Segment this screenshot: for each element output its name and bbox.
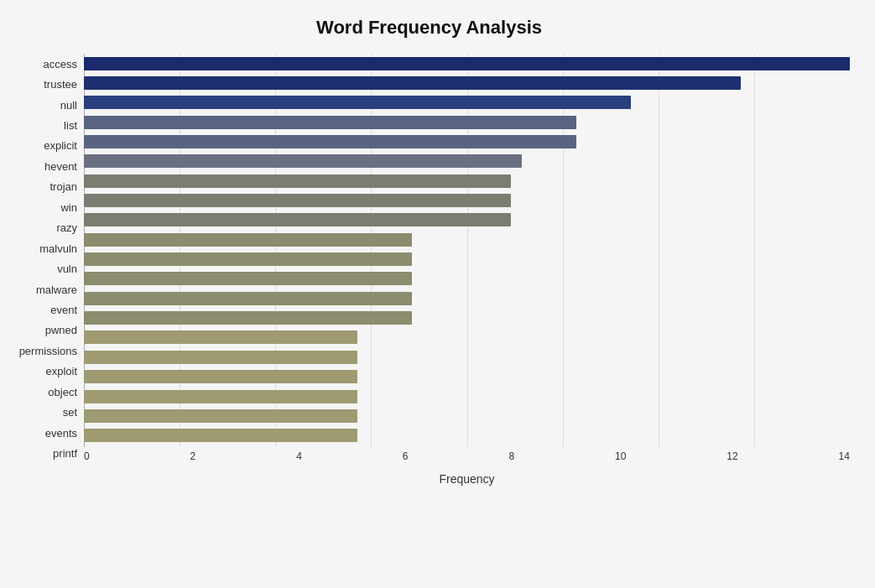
bar-row-malware [84, 270, 850, 287]
bar-explicit [84, 135, 576, 148]
y-label-trojan: trojan [49, 178, 77, 196]
x-axis-label-area: Frequency [84, 466, 850, 486]
bar-row-malvuln [84, 232, 850, 248]
x-tick-6: 6 [403, 450, 409, 466]
bar-hevent [84, 154, 522, 168]
bars-area: 02468101214 [84, 54, 850, 466]
y-label-list: list [64, 117, 77, 135]
bar-win [84, 194, 511, 207]
bar-row-set [84, 388, 850, 405]
y-label-razy: razy [56, 219, 77, 237]
bar-vuln [84, 252, 412, 266]
y-label-events: events [45, 424, 77, 442]
bar-row-access [84, 55, 850, 72]
bar-row-event [84, 290, 850, 307]
bar-row-events [84, 408, 850, 424]
bar-pwned [84, 311, 412, 325]
x-tick-10: 10 [615, 450, 626, 466]
bar-set [84, 390, 357, 403]
x-tick-14: 14 [839, 450, 850, 466]
bar-row-razy [84, 211, 850, 228]
bar-trojan [84, 174, 511, 188]
bar-malware [84, 272, 412, 285]
bar-row-null [84, 94, 850, 111]
bar-row-trustee [84, 75, 850, 91]
bar-permissions [84, 330, 357, 344]
chart-title: Word Frequency Analysis [8, 17, 850, 39]
y-label-malvuln: malvuln [39, 239, 77, 258]
y-label-printf: printf [53, 445, 77, 463]
bar-null [84, 96, 631, 109]
bar-row-explicit [84, 133, 850, 150]
x-tick-0: 0 [84, 450, 90, 466]
y-label-malware: malware [36, 280, 77, 299]
bar-row-hevent [84, 153, 850, 169]
y-label-object: object [48, 382, 77, 401]
bar-row-pwned [84, 310, 850, 326]
y-label-win: win [60, 198, 77, 216]
y-label-permissions: permissions [19, 341, 77, 360]
bar-trustee [84, 76, 741, 90]
y-label-access: access [44, 55, 77, 73]
bar-malvuln [84, 233, 412, 247]
x-tick-2: 2 [190, 450, 196, 466]
bar-row-win [84, 192, 850, 209]
y-label-vuln: vuln [57, 260, 77, 278]
bar-row-list [84, 114, 850, 131]
bar-row-vuln [84, 251, 850, 268]
bar-events [84, 409, 357, 423]
y-axis: accesstrusteenulllistexplicitheventtroja… [8, 54, 84, 466]
y-label-pwned: pwned [45, 321, 77, 340]
bar-access [84, 57, 850, 70]
y-label-set: set [63, 403, 77, 422]
bar-list [84, 116, 576, 129]
bar-object [84, 370, 357, 383]
y-label-hevent: hevent [44, 157, 77, 175]
bar-row-exploit [84, 349, 850, 366]
x-axis-label: Frequency [84, 466, 850, 486]
bar-razy [84, 213, 511, 226]
y-label-event: event [50, 300, 77, 319]
x-tick-8: 8 [508, 450, 514, 466]
bar-row-trojan [84, 173, 850, 190]
bar-row-permissions [84, 329, 850, 346]
bar-row-object [84, 368, 850, 385]
bar-event [84, 292, 412, 305]
bar-row-printf [84, 427, 850, 444]
bar-printf [84, 429, 357, 442]
chart-container: Word Frequency Analysis accesstrusteenul… [0, 0, 875, 588]
y-label-null: null [60, 96, 77, 114]
y-label-exploit: exploit [45, 362, 77, 381]
x-tick-4: 4 [296, 450, 302, 466]
y-label-trustee: trustee [44, 75, 77, 94]
y-label-explicit: explicit [44, 137, 77, 155]
bar-exploit [84, 351, 357, 364]
x-tick-12: 12 [727, 450, 737, 466]
